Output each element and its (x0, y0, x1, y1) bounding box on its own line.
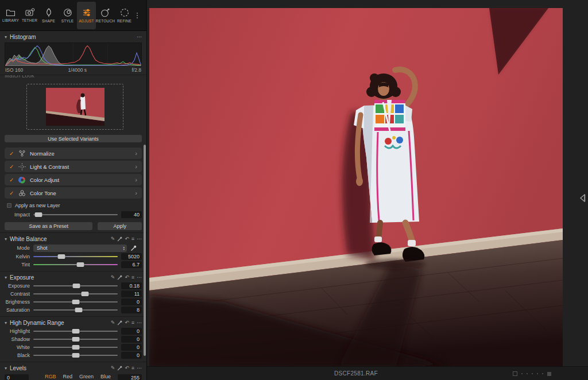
highlight-slider[interactable] (33, 327, 118, 335)
apply-as-new-layer-row[interactable]: Apply as new Layer (0, 200, 146, 210)
eyedropper-icon[interactable] (117, 275, 122, 280)
check-icon[interactable]: ✓ (9, 164, 18, 170)
toggle-normalize[interactable]: ✓ Normalize › (5, 148, 142, 159)
shadow-value[interactable]: 0 (121, 336, 142, 343)
collapse-icon[interactable]: ▾ (5, 34, 7, 40)
white-slider[interactable] (33, 343, 118, 351)
slider-handle[interactable] (77, 262, 84, 267)
impact-value[interactable]: 40 (121, 211, 142, 218)
star-dot[interactable] (532, 373, 533, 374)
reference-thumbnail[interactable] (46, 88, 105, 126)
star-dot[interactable] (521, 373, 523, 374)
photo-canvas[interactable] (149, 8, 563, 366)
more-icon[interactable]: ⋯ (137, 366, 142, 371)
edit-icon[interactable]: ✎ (111, 275, 115, 280)
slider-handle[interactable] (72, 284, 80, 288)
collapse-browser-button[interactable] (578, 191, 587, 205)
presets-icon[interactable]: ≡ (131, 366, 134, 371)
black-slider[interactable] (33, 351, 118, 359)
histogram-canvas[interactable] (5, 42, 142, 67)
slider-handle[interactable] (75, 308, 83, 312)
edit-icon[interactable]: ✎ (111, 236, 115, 242)
channel-tab-rgb[interactable]: RGB (45, 374, 56, 380)
slider-handle[interactable] (72, 337, 79, 342)
toggle-color-tone[interactable]: ✓ Color Tone › (5, 187, 142, 199)
saturation-slider[interactable] (33, 306, 118, 314)
check-icon[interactable]: ✓ (9, 150, 18, 157)
brightness-slider[interactable] (33, 298, 118, 306)
highlight-value[interactable]: 0 (121, 328, 142, 335)
toggle-color-adjust[interactable]: ✓ Color Adjust › (5, 174, 142, 185)
save-as-preset-button[interactable]: Save as a Preset (5, 222, 92, 230)
collapse-icon[interactable]: ▾ (5, 236, 7, 242)
toolbar-overflow-menu[interactable] (135, 13, 140, 18)
more-icon[interactable]: ⋯ (137, 34, 142, 40)
channel-tab-blue[interactable]: Blue (100, 374, 111, 380)
match-look-dropzone[interactable] (26, 84, 123, 130)
channel-tab-green[interactable]: Green (79, 374, 94, 380)
kelvin-value[interactable]: 5020 (121, 253, 142, 260)
apply-button[interactable]: Apply (98, 222, 142, 230)
filled-tag-icon[interactable] (547, 372, 551, 376)
check-icon[interactable]: ✓ (9, 190, 18, 196)
collapse-icon[interactable]: ▾ (5, 320, 7, 325)
tab-shape[interactable]: SHAPE (39, 2, 58, 29)
impact-slider[interactable] (33, 211, 118, 219)
tab-style[interactable]: STYLE (58, 2, 77, 29)
exposure-slider[interactable] (33, 282, 118, 290)
levels-low-value[interactable]: 0 (5, 374, 29, 380)
tab-retouch[interactable]: RETOUCH (96, 2, 115, 29)
reset-icon[interactable]: ↶ (125, 320, 129, 325)
presets-icon[interactable]: ≡ (131, 320, 134, 325)
slider-handle[interactable] (72, 329, 79, 334)
collapse-icon[interactable]: ▾ (5, 275, 7, 280)
wb-mode-select[interactable]: Shot ▴▾ (33, 245, 127, 252)
contrast-slider[interactable] (33, 290, 118, 298)
kelvin-slider[interactable] (33, 253, 118, 261)
edit-icon[interactable]: ✎ (111, 366, 115, 371)
presets-icon[interactable]: ≡ (131, 236, 134, 242)
more-icon[interactable]: ⋯ (137, 320, 142, 325)
presets-icon[interactable]: ≡ (131, 275, 134, 280)
tint-value[interactable]: 6.7 (121, 261, 142, 268)
slider-handle[interactable] (57, 254, 65, 259)
reset-icon[interactable]: ↶ (125, 275, 129, 280)
star-dot[interactable] (527, 373, 528, 374)
more-icon[interactable]: ⋯ (137, 236, 142, 242)
eyedropper-icon[interactable] (117, 366, 122, 371)
saturation-value[interactable]: 8 (121, 307, 142, 313)
white-value[interactable]: 0 (121, 344, 142, 351)
pick-white-balance-eyedropper[interactable] (130, 245, 137, 251)
slider-handle[interactable] (81, 292, 88, 296)
tab-refine[interactable]: REFINE (115, 2, 134, 29)
sidebar-scrollbar[interactable] (144, 145, 146, 356)
slider-handle[interactable] (72, 345, 79, 350)
star-dot[interactable] (537, 373, 538, 374)
chevron-right-icon[interactable]: › (135, 163, 137, 170)
tab-tether[interactable]: TETHER (20, 2, 39, 29)
collapse-icon[interactable]: ▾ (5, 366, 7, 371)
tab-adjust[interactable]: ADJUST (77, 2, 96, 29)
black-value[interactable]: 0 (121, 352, 142, 359)
slider-handle[interactable] (72, 353, 79, 358)
reset-icon[interactable]: ↶ (125, 366, 129, 371)
more-icon[interactable]: ⋯ (137, 275, 142, 280)
chevron-right-icon[interactable]: › (135, 176, 137, 183)
color-tag-icon[interactable] (513, 371, 517, 376)
slider-handle[interactable] (34, 212, 42, 217)
exposure-value[interactable]: 0.18 (121, 282, 142, 289)
slider-handle[interactable] (72, 300, 79, 304)
check-icon[interactable]: ✓ (9, 177, 18, 183)
edit-icon[interactable]: ✎ (111, 320, 115, 325)
stepper-icon[interactable]: ▴▾ (123, 246, 125, 250)
shadow-slider[interactable] (33, 335, 118, 343)
chevron-right-icon[interactable]: › (135, 189, 137, 196)
rating-controls[interactable] (513, 371, 551, 376)
tab-library[interactable]: LIBRARY (1, 2, 20, 29)
toggle-light-contrast[interactable]: ✓ Light & Contrast › (5, 161, 142, 172)
channel-tab-red[interactable]: Red (63, 374, 73, 380)
eyedropper-icon[interactable] (117, 320, 122, 325)
star-dot[interactable] (542, 373, 543, 374)
chevron-right-icon[interactable]: › (135, 150, 137, 157)
contrast-value[interactable]: 11 (121, 290, 142, 297)
